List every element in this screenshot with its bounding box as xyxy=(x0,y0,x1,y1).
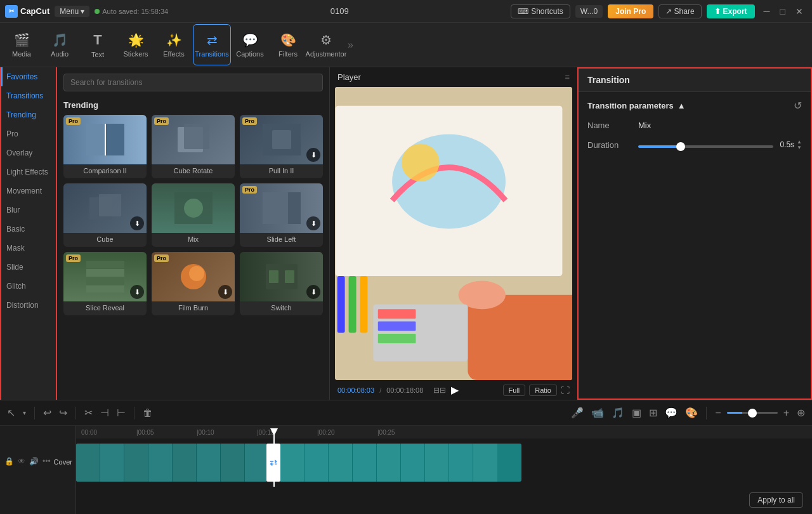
sidebar-glitch-label: Glitch xyxy=(6,282,26,291)
sidebar-item-transitions[interactable]: Transitions xyxy=(1,86,56,105)
trim-left-button[interactable]: ⊣ xyxy=(98,405,111,421)
join-pro-button[interactable]: Join Pro xyxy=(608,4,653,18)
track-content: 00:00 |00:05 |00:10 |00:15 |00:20 xyxy=(76,426,812,514)
duration-row: Duration 0.5s ▲▼ xyxy=(587,139,802,150)
video-track-segment-2[interactable] xyxy=(280,444,521,482)
sidebar-item-glitch[interactable]: Glitch xyxy=(1,277,56,296)
video-track-button[interactable]: 📹 xyxy=(589,405,606,421)
fit-button[interactable]: ⊕ xyxy=(795,405,807,421)
transition-item-mix[interactable]: Mix xyxy=(152,183,235,247)
tool-filters[interactable]: 🎨 Filters xyxy=(269,24,307,65)
track-more-icon[interactable]: ••• xyxy=(42,456,51,466)
export-button[interactable]: ⬆ Export xyxy=(707,4,755,18)
tool-transitions[interactable]: ⇄ Transitions xyxy=(193,24,231,65)
mic-button[interactable]: 🎤 xyxy=(569,405,586,421)
duration-stepper-icon[interactable]: ▲▼ xyxy=(797,139,802,150)
redo-button[interactable]: ↪ xyxy=(57,405,69,421)
sticker-button[interactable]: ⊞ xyxy=(647,405,659,421)
thumb-cell xyxy=(197,444,221,482)
maximize-button[interactable]: □ xyxy=(776,5,789,18)
pro-badge: Pro xyxy=(242,186,257,194)
download-icon[interactable]: ⬇ xyxy=(130,285,144,299)
track-audio-icon[interactable]: 🔊 xyxy=(29,456,39,466)
track-lock-icon[interactable]: 🔒 xyxy=(4,456,15,466)
workspace-button[interactable]: W...0 xyxy=(575,5,603,18)
caption-button[interactable]: 💬 xyxy=(663,405,679,421)
player-menu-icon[interactable]: ≡ xyxy=(565,72,570,82)
cursor-dropdown-icon[interactable]: ▾ xyxy=(21,407,28,418)
duration-slider[interactable] xyxy=(638,145,773,148)
tool-captions[interactable]: 💬 Captions xyxy=(231,24,269,65)
delete-button[interactable]: 🗑 xyxy=(141,405,155,421)
svg-rect-1 xyxy=(105,124,124,155)
tool-effects[interactable]: ✨ Effects xyxy=(155,24,193,65)
text-icon: T xyxy=(93,32,102,48)
time-separator: / xyxy=(379,386,381,394)
zoom-in-button[interactable]: + xyxy=(782,405,791,421)
download-icon[interactable]: ⬇ xyxy=(306,148,320,162)
transition-item-pull-in-ii[interactable]: Pro ⬇ Pull In II xyxy=(240,115,323,178)
sidebar-item-trending[interactable]: Trending xyxy=(1,105,56,124)
shortcuts-button[interactable]: ⌨ Shortcuts xyxy=(511,4,570,18)
overlay-button[interactable]: ▣ xyxy=(630,405,643,421)
zoom-slider[interactable] xyxy=(727,412,778,414)
expand-icon[interactable]: ⛶ xyxy=(561,385,570,395)
transition-item-cube[interactable]: ⬇ Cube xyxy=(63,183,147,247)
tool-adjustments[interactable]: ⚙ Adjustmentor xyxy=(307,24,345,65)
transition-item-cube-rotate[interactable]: Pro Cube Rotate xyxy=(152,115,235,178)
download-icon[interactable]: ⬇ xyxy=(130,216,144,230)
undo-button[interactable]: ↩ xyxy=(41,405,53,421)
toolbar-more-icon[interactable]: » xyxy=(345,39,356,51)
sidebar-item-movement[interactable]: Movement xyxy=(1,181,56,201)
minimize-button[interactable]: ─ xyxy=(760,5,774,18)
trim-right-button[interactable]: ⊢ xyxy=(115,405,128,421)
sidebar-item-basic[interactable]: Basic xyxy=(1,220,56,239)
transition-item-comparison-ii[interactable]: Pro Comparison II xyxy=(63,115,147,178)
sidebar-item-distortion[interactable]: Distortion xyxy=(1,296,56,315)
tool-media[interactable]: 🎬 Media xyxy=(3,24,41,65)
play-button[interactable]: ▶ xyxy=(451,384,459,396)
player-ctrl-right: Full Ratio ⛶ xyxy=(503,385,570,396)
transition-item-switch[interactable]: ⬇ Switch xyxy=(240,252,323,315)
svg-rect-11 xyxy=(263,192,288,224)
menu-button[interactable]: Menu ▾ xyxy=(55,6,89,17)
sidebar-item-slide[interactable]: Slide xyxy=(1,258,56,277)
logo-icon: ✂ xyxy=(5,5,18,18)
player-area: Player ≡ xyxy=(330,67,577,400)
close-button[interactable]: ✕ xyxy=(792,5,807,18)
thumb-cell xyxy=(245,444,266,482)
download-icon[interactable]: ⬇ xyxy=(218,285,232,299)
transition-item-slice-reveal[interactable]: Pro ⬇ Slice Reveal xyxy=(63,252,147,315)
split-button[interactable]: ✂ xyxy=(82,405,95,421)
tool-audio[interactable]: 🎵 Audio xyxy=(41,24,79,65)
track-eye-icon[interactable]: 👁 xyxy=(17,456,26,466)
sidebar-item-blur[interactable]: Blur xyxy=(1,201,56,220)
video-track-segment-1[interactable] xyxy=(76,444,266,482)
transition-item-film-burn[interactable]: Pro ⬇ Film Burn xyxy=(152,252,235,315)
cursor-tool-button[interactable]: ↖ xyxy=(5,405,17,421)
search-input[interactable] xyxy=(63,74,323,91)
transition-thumb-switch: ⬇ xyxy=(240,252,323,301)
sidebar-item-overlay[interactable]: Overlay xyxy=(1,143,56,162)
sidebar-item-favorites[interactable]: Favorites xyxy=(1,67,56,86)
share-button[interactable]: ↗ Share xyxy=(658,4,701,18)
search-container xyxy=(57,67,329,98)
transition-item-slide-left[interactable]: Pro ⬇ Slide Left xyxy=(240,183,323,247)
ratio-button[interactable]: Ratio xyxy=(529,385,557,396)
full-button[interactable]: Full xyxy=(503,385,526,396)
tool-stickers[interactable]: 🌟 Stickers xyxy=(117,24,155,65)
transition-thumb-cube: ⬇ xyxy=(63,183,147,233)
tool-text[interactable]: T Text xyxy=(79,24,117,65)
refresh-icon[interactable]: ↺ xyxy=(794,100,802,112)
thumb-cell xyxy=(353,444,377,482)
share-icon: ↗ xyxy=(665,7,672,16)
params-collapse-icon[interactable]: ▲ xyxy=(678,101,686,110)
audio-track-button[interactable]: 🎵 xyxy=(610,405,626,421)
sidebar-item-light-effects[interactable]: Light Effects xyxy=(1,162,56,181)
download-icon[interactable]: ⬇ xyxy=(306,285,320,299)
sidebar-item-mask[interactable]: Mask xyxy=(1,239,56,258)
sidebar-item-pro[interactable]: Pro xyxy=(1,124,56,143)
download-icon[interactable]: ⬇ xyxy=(306,216,320,230)
filter-button[interactable]: 🎨 xyxy=(683,405,700,421)
zoom-out-button[interactable]: − xyxy=(713,405,723,421)
